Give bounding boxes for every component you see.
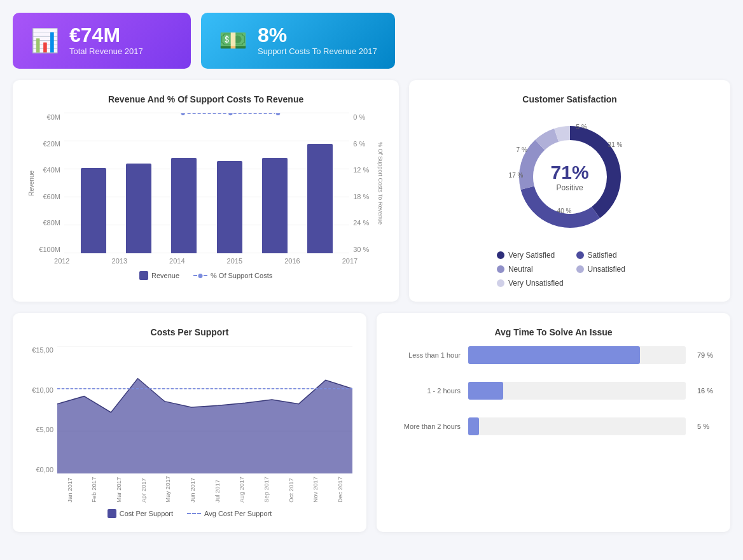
- legend-support-label: % Of Support Costs: [211, 272, 272, 279]
- donut-wrap: 71% Positive 5 %7 %17 %31 %40 %: [506, 113, 634, 241]
- bar-col-1: [126, 164, 151, 253]
- sat-legend-item: Unsatisfied: [576, 265, 643, 274]
- hbar-row: 1 - 2 hours16 %: [391, 382, 716, 400]
- area-x-labels: Jan 2017Feb 2017Mar 2017Apr 2017May 2017…: [27, 473, 352, 503]
- kpi-cards: 📊 €74M Total Revenue 2017 💵 8% Support C…: [13, 13, 730, 69]
- sat-legend-item: Neutral: [497, 265, 564, 274]
- area-chart-legend: Cost Per Support Avg Cost Per Support: [27, 509, 352, 518]
- bar-5: [307, 144, 333, 253]
- satisfaction-chart-title: Customer Satisfaction: [423, 94, 716, 104]
- x-labels: 201220132014201520162017: [27, 253, 385, 265]
- legend-support-costs: % Of Support Costs: [193, 271, 272, 280]
- area-chart-title: Costs Per Support: [27, 327, 352, 337]
- bar-col-2: [171, 158, 197, 253]
- y-axis-left: €100M €80M €60M €40M €20M €0M: [35, 113, 64, 253]
- legend-area-cost: Cost Per Support: [108, 509, 173, 518]
- satisfaction-chart-card: Customer Satisfaction 71% Positive 5 %7 …: [409, 80, 730, 302]
- sat-legend-item: Very Unsatisfied: [497, 279, 564, 288]
- donut-outer-labels: 5 %7 %17 %31 %40 %: [506, 113, 634, 241]
- revenue-chart-title: Revenue And % Of Support Costs To Revenu…: [27, 94, 385, 104]
- y-axis-right-label: % Of Support Costs To Revenue: [376, 113, 385, 253]
- satisfaction-legend: Very SatisfiedSatisfiedNeutralUnsatisfie…: [497, 251, 642, 288]
- bar-0: [81, 168, 106, 253]
- legend-area-label: Cost Per Support: [120, 510, 173, 517]
- bar-3: [217, 161, 242, 253]
- legend-avg-line: [187, 513, 201, 514]
- bar-col-5: [307, 144, 333, 253]
- bar-chart-area: Revenue €100M €80M €60M €40M €20M €0M 30…: [27, 113, 385, 280]
- bar-col-3: [217, 161, 242, 253]
- y-axis-left-label: Revenue: [27, 113, 35, 253]
- legend-avg-label: Avg Cost Per Support: [204, 510, 272, 517]
- axes-container: Revenue €100M €80M €60M €40M €20M €0M 30…: [27, 113, 385, 253]
- bar-col-0: [81, 168, 106, 253]
- area-chart-inner: [57, 346, 352, 473]
- hbar-chart-card: Avg Time To Solve An Issue Less than 1 h…: [377, 313, 730, 532]
- hbar-section: Less than 1 hour79 %1 - 2 hours16 %More …: [391, 346, 716, 435]
- chart-legend: Revenue % Of Support Costs: [27, 271, 385, 280]
- chart-inner: [64, 113, 349, 253]
- kpi-revenue: 📊 €74M Total Revenue 2017: [13, 13, 191, 69]
- bottom-charts-row: Costs Per Support €0,00 €5,00 €10,00 €15…: [13, 313, 730, 532]
- sat-legend-item: Satisfied: [576, 251, 643, 260]
- sat-legend-item: Very Satisfied: [497, 251, 564, 260]
- hbar-chart-title: Avg Time To Solve An Issue: [391, 327, 716, 337]
- legend-revenue: Revenue: [139, 271, 179, 280]
- kpi-revenue-label: Total Revenue 2017: [69, 46, 143, 57]
- bars-group: [64, 113, 349, 253]
- bar-4: [262, 158, 288, 253]
- main-charts-row: Revenue And % Of Support Costs To Revenu…: [13, 80, 730, 302]
- hbar-row: Less than 1 hour79 %: [391, 346, 716, 364]
- kpi-revenue-value: €74M: [69, 24, 143, 46]
- kpi-support: 💵 8% Support Costs To Revenue 2017: [201, 13, 395, 69]
- legend-avg-cost: Avg Cost Per Support: [187, 509, 272, 518]
- donut-container: 71% Positive 5 %7 %17 %31 %40 % Very Sat…: [423, 113, 716, 288]
- bar-1: [126, 164, 151, 253]
- legend-swatch-area: [108, 509, 116, 518]
- kpi-support-value: 8%: [258, 24, 377, 46]
- hbar-row: More than 2 hours5 %: [391, 417, 716, 435]
- area-chart-card: Costs Per Support €0,00 €5,00 €10,00 €15…: [13, 313, 366, 532]
- y-axis-right: 30 % 24 % 18 % 12 % 6 % 0 %: [349, 113, 376, 253]
- legend-swatch-revenue: [139, 271, 148, 280]
- support-icon: 💵: [219, 27, 247, 54]
- legend-line-support: [193, 275, 207, 276]
- kpi-support-label: Support Costs To Revenue 2017: [258, 46, 377, 57]
- bar-2: [171, 158, 197, 253]
- area-svg: [57, 346, 352, 473]
- revenue-chart-card: Revenue And % Of Support Costs To Revenu…: [13, 80, 399, 302]
- bar-col-4: [262, 158, 288, 253]
- legend-revenue-label: Revenue: [151, 272, 179, 279]
- revenue-icon: 📊: [31, 27, 59, 54]
